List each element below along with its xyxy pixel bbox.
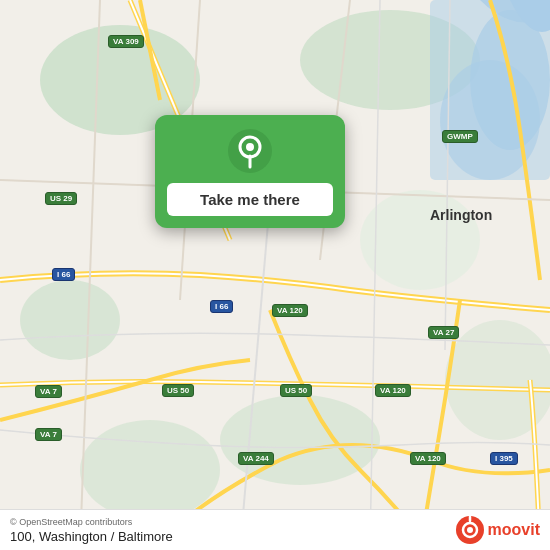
moovit-brand-text: moovit [488,521,540,539]
shield-i66-left: I 66 [52,268,75,281]
svg-point-6 [20,280,120,360]
shield-va244: VA 244 [238,452,274,465]
shield-gwmp: GWMP [442,130,478,143]
shield-va7-lower: VA 7 [35,428,62,441]
location-text: 100, Washington / Baltimore [10,529,173,544]
bottom-bar: © OpenStreetMap contributors 100, Washin… [0,509,550,550]
svg-point-23 [246,143,254,151]
svg-point-8 [360,190,480,290]
shield-va7-left: VA 7 [35,385,62,398]
shield-i66-center: I 66 [210,300,233,313]
shield-va120-center: VA 120 [272,304,308,317]
location-pin-icon [228,129,272,173]
map-container: Arlington VA 309 US 29 I 66 I 66 VA 120 … [0,0,550,550]
copyright-text: © OpenStreetMap contributors [10,517,173,527]
svg-point-9 [220,395,380,485]
svg-point-7 [80,420,220,520]
shield-us50-right: US 50 [280,384,312,397]
shield-us29: US 29 [45,192,77,205]
svg-point-27 [467,527,473,533]
take-me-there-button[interactable]: Take me there [167,183,333,216]
shield-us50-center: US 50 [162,384,194,397]
bottom-left-info: © OpenStreetMap contributors 100, Washin… [10,517,173,544]
shield-i395: I 395 [490,452,518,465]
svg-text:Arlington: Arlington [430,207,492,223]
shield-va27: VA 27 [428,326,459,339]
moovit-logo: moovit [456,516,540,544]
shield-va309: VA 309 [108,35,144,48]
shield-va120-lower: VA 120 [410,452,446,465]
shield-va120-right: VA 120 [375,384,411,397]
popup-card: Take me there [155,115,345,228]
moovit-logo-icon [456,516,484,544]
map-svg: Arlington [0,0,550,550]
